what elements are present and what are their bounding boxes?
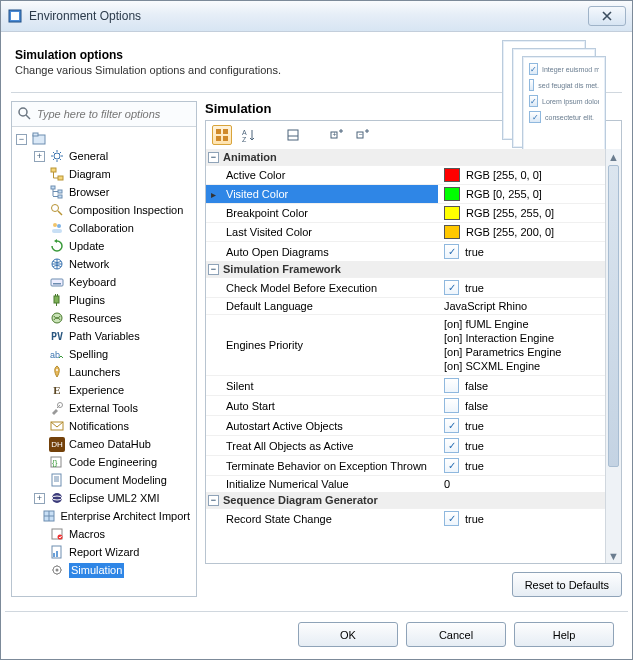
tree-item-plugins[interactable]: Plugins <box>32 291 192 309</box>
svg-point-12 <box>52 205 59 212</box>
tree-item-enterprise-architect-import[interactable]: Enterprise Architect Import <box>32 507 192 525</box>
tree-item-experience[interactable]: EExperience <box>32 381 192 399</box>
tree-item-eclipse-uml2-xmi[interactable]: +Eclipse UML2 XMI <box>32 489 192 507</box>
tree-item-cameo-datahub[interactable]: DHCameo DataHub <box>32 435 192 453</box>
property-value[interactable]: ✓true <box>438 416 606 435</box>
vertical-scrollbar[interactable]: ▲ ▼ <box>605 149 621 563</box>
property-row[interactable]: Default LanguageJavaScript Rhino <box>206 297 606 314</box>
property-row[interactable]: Active ColorRGB [255, 0, 0] <box>206 165 606 184</box>
tree-item-keyboard[interactable]: Keyboard <box>32 273 192 291</box>
tree-item-launchers[interactable]: Launchers <box>32 363 192 381</box>
tree-item-simulation[interactable]: Simulation <box>32 561 192 579</box>
svg-point-46 <box>56 569 59 572</box>
checkbox-icon[interactable] <box>444 378 459 393</box>
property-value[interactable]: RGB [0, 255, 0] <box>438 185 606 203</box>
property-row[interactable]: Auto Startfalse <box>206 395 606 415</box>
ok-button[interactable]: OK <box>298 622 398 647</box>
description-toggle-button[interactable] <box>284 126 302 144</box>
svg-text:Z: Z <box>242 136 247 142</box>
tree-item-diagram[interactable]: Diagram <box>32 165 192 183</box>
close-button[interactable] <box>588 6 626 26</box>
help-button[interactable]: Help <box>514 622 614 647</box>
tree-item-label: Simulation <box>69 563 124 578</box>
tree-item-report-wizard[interactable]: Report Wizard <box>32 543 192 561</box>
property-value[interactable]: ✓true <box>438 278 606 297</box>
tree-item-document-modeling[interactable]: Document Modeling <box>32 471 192 489</box>
property-grid[interactable]: −AnimationActive ColorRGB [255, 0, 0]▸Vi… <box>206 149 606 563</box>
tree-icon <box>49 184 65 200</box>
property-row[interactable]: Auto Open Diagrams✓true <box>206 241 606 261</box>
category-header[interactable]: −Animation <box>206 149 606 165</box>
property-value[interactable]: [on] fUML Engine[on] Interaction Engine[… <box>438 315 606 375</box>
value-text: 0 <box>444 478 450 490</box>
property-row[interactable]: ▸Visited ColorRGB [0, 255, 0] <box>206 184 606 203</box>
scroll-down-button[interactable]: ▼ <box>606 548 621 563</box>
property-value[interactable]: JavaScript Rhino <box>438 298 606 314</box>
collapse-all-button[interactable]: − <box>354 126 372 144</box>
category-header[interactable]: −Simulation Framework <box>206 261 606 277</box>
tree-item-external-tools[interactable]: External Tools <box>32 399 192 417</box>
tree-item-macros[interactable]: Macros <box>32 525 192 543</box>
tree-item-path-variables[interactable]: PVPath Variables <box>32 327 192 345</box>
property-value[interactable]: ✓true <box>438 456 606 475</box>
svg-rect-47 <box>216 129 221 134</box>
property-row[interactable]: Check Model Before Execution✓true <box>206 277 606 297</box>
property-value[interactable]: false <box>438 376 606 395</box>
filter-input[interactable] <box>37 106 190 122</box>
property-row[interactable]: Initialize Numerical Value0 <box>206 475 606 492</box>
row-indicator <box>206 278 220 297</box>
property-value[interactable]: 0 <box>438 476 606 492</box>
tree-item-spelling[interactable]: abSpelling <box>32 345 192 363</box>
checkbox-icon[interactable]: ✓ <box>444 511 459 526</box>
property-row[interactable]: Silentfalse <box>206 375 606 395</box>
PV-icon: PV <box>49 328 65 344</box>
svg-text:+: + <box>333 131 337 138</box>
property-row[interactable]: Treat All Objects as Active✓true <box>206 435 606 455</box>
property-value[interactable]: ✓true <box>438 242 606 261</box>
property-value[interactable]: RGB [255, 0, 0] <box>438 166 606 184</box>
checkbox-icon[interactable] <box>444 398 459 413</box>
svg-rect-53 <box>288 130 298 140</box>
categorized-view-button[interactable] <box>212 125 232 145</box>
category-expander[interactable]: − <box>208 264 219 275</box>
property-value[interactable]: RGB [255, 200, 0] <box>438 223 606 241</box>
checkbox-icon[interactable]: ✓ <box>444 418 459 433</box>
tree-item-general[interactable]: +General <box>32 147 192 165</box>
checkbox-icon[interactable]: ✓ <box>444 458 459 473</box>
checkbox-icon[interactable]: ✓ <box>444 280 459 295</box>
property-row[interactable]: Engines Priority[on] fUML Engine[on] Int… <box>206 314 606 375</box>
tree-item-resources[interactable]: Resources <box>32 309 192 327</box>
scroll-up-button[interactable]: ▲ <box>606 149 621 164</box>
property-row[interactable]: Terminate Behavior on Exception Thrown✓t… <box>206 455 606 475</box>
category-expander[interactable]: − <box>208 152 219 163</box>
expander-root[interactable]: − <box>16 134 27 145</box>
property-value[interactable]: false <box>438 396 606 415</box>
property-value[interactable]: RGB [255, 255, 0] <box>438 204 606 222</box>
category-header[interactable]: −Sequence Diagram Generator <box>206 492 606 508</box>
checkbox-icon[interactable]: ✓ <box>444 244 459 259</box>
tree-item-collaboration[interactable]: Collaboration <box>32 219 192 237</box>
cancel-button[interactable]: Cancel <box>406 622 506 647</box>
property-value[interactable]: ✓true <box>438 509 606 528</box>
alphabetical-view-button[interactable]: AZ <box>240 126 258 144</box>
expander[interactable]: + <box>34 151 45 162</box>
property-row[interactable]: Autostart Active Objects✓true <box>206 415 606 435</box>
property-row[interactable]: Record State Change✓true <box>206 508 606 528</box>
category-expander[interactable]: − <box>208 495 219 506</box>
expand-all-button[interactable]: + <box>328 126 346 144</box>
tree-item-composition-inspection[interactable]: Composition Inspection <box>32 201 192 219</box>
property-value[interactable]: ✓true <box>438 436 606 455</box>
checkbox-icon[interactable]: ✓ <box>444 438 459 453</box>
property-row[interactable]: Last Visited ColorRGB [255, 200, 0] <box>206 222 606 241</box>
scroll-thumb[interactable] <box>608 165 619 467</box>
property-row[interactable]: Breakpoint ColorRGB [255, 255, 0] <box>206 203 606 222</box>
tree-item-update[interactable]: Update <box>32 237 192 255</box>
tree-item-browser[interactable]: Browser <box>32 183 192 201</box>
svg-rect-11 <box>58 195 62 198</box>
options-tree[interactable]: − +GeneralDiagramBrowserComposition Insp… <box>12 127 196 596</box>
tree-item-network[interactable]: Network <box>32 255 192 273</box>
tree-item-code-engineering[interactable]: {}Code Engineering <box>32 453 192 471</box>
expander[interactable]: + <box>34 493 45 504</box>
tree-item-notifications[interactable]: Notifications <box>32 417 192 435</box>
reset-to-defaults-button[interactable]: Reset to Defaults <box>512 572 622 597</box>
